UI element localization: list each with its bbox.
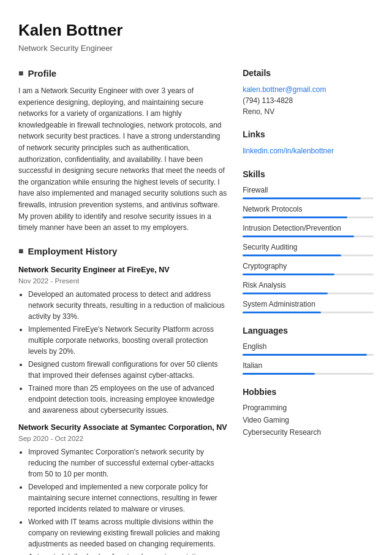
employment-section-label: Employment History	[28, 245, 117, 259]
details-section-header: Details	[243, 67, 374, 80]
job-2-date: Sep 2020 - Oct 2022	[18, 434, 228, 444]
lang-english-bar-bg	[243, 354, 374, 356]
job-2: Network Security Associate at Symantec C…	[18, 422, 228, 555]
job-1-bullet-3: Designed custom firewall configurations …	[28, 359, 228, 381]
skill-sysadmin-bar-bg	[243, 312, 374, 313]
skill-np-bar-bg	[243, 216, 374, 218]
profile-section-label: Profile	[28, 67, 56, 81]
candidate-title: Network Security Engineer	[18, 42, 374, 55]
languages-section-header: Languages	[243, 324, 374, 337]
job-1-bullet-2: Implemented FireEye's Network Security P…	[28, 324, 228, 357]
linkedin-link[interactable]: linkedin.com/in/kalenbottner	[243, 147, 334, 155]
hobby-2: Video Gaming	[243, 415, 374, 426]
skill-cryptography-name: Cryptography	[243, 261, 374, 272]
lang-english: English	[243, 341, 374, 356]
skill-security-auditing-name: Security Auditing	[243, 242, 374, 253]
job-2-bullet-4: Automated daily checks of system logs us…	[28, 551, 228, 555]
hobby-1: Programming	[243, 402, 374, 413]
candidate-name: Kalen Bottner	[18, 18, 374, 42]
job-2-title: Network Security Associate at Symantec C…	[18, 422, 228, 434]
resume-page: Kalen Bottner Network Security Engineer …	[0, 0, 392, 555]
employment-section-header: ■ Employment History	[18, 245, 228, 259]
skill-np-bar-fill	[243, 216, 347, 218]
skill-sa-bar-bg	[243, 255, 374, 256]
job-1: Network Security Engineer at FireEye, NV…	[18, 264, 228, 416]
profile-icon: ■	[18, 67, 23, 80]
skill-ra-bar-bg	[243, 293, 374, 294]
skill-intrusion-bar-bg	[243, 235, 374, 237]
job-1-title: Network Security Engineer at FireEye, NV	[18, 264, 228, 276]
lang-italian-bar-bg	[243, 373, 374, 375]
left-column: ■ Profile I am a Network Security Engine…	[18, 67, 228, 556]
profile-section-header: ■ Profile	[18, 67, 228, 81]
lang-italian-bar-fill	[243, 373, 315, 375]
details-phone: (794) 113-4828	[243, 95, 374, 106]
skill-crypto-bar-bg	[243, 274, 374, 275]
job-1-bullets: Developed an automated process to detect…	[18, 289, 228, 416]
hobby-3: Cybersecurity Research	[243, 427, 374, 438]
email-link[interactable]: kalen.bottner@gmail.com	[243, 85, 326, 94]
job-1-bullet-4: Trained more than 25 employees on the us…	[28, 383, 228, 416]
lang-italian-name: Italian	[243, 360, 374, 371]
job-2-bullet-1: Improved Symantec Corporation's network …	[28, 446, 228, 480]
skill-firewall-name: Firewall	[243, 185, 374, 196]
header: Kalen Bottner Network Security Engineer	[18, 18, 374, 55]
skill-network-protocols-name: Network Protocols	[243, 204, 374, 215]
skill-firewall-bar-fill	[243, 197, 360, 199]
details-email-link[interactable]: kalen.bottner@gmail.com	[243, 83, 374, 96]
lang-italian: Italian	[243, 360, 374, 375]
job-2-bullet-3: Worked with IT teams across multiple div…	[28, 516, 228, 549]
skill-intrusion-bar-fill	[243, 235, 354, 237]
employment-icon: ■	[18, 245, 23, 258]
skill-risk-analysis-name: Risk Analysis	[243, 280, 374, 291]
skill-crypto-bar-fill	[243, 274, 334, 275]
skill-sysadmin: System Administration	[243, 299, 374, 313]
skill-security-auditing: Security Auditing	[243, 242, 374, 256]
skill-intrusion-name: Intrusion Detection/Prevention	[243, 223, 374, 234]
skill-sa-bar-fill	[243, 255, 341, 256]
main-content: ■ Profile I am a Network Security Engine…	[18, 67, 374, 556]
profile-text: I am a Network Security Engineer with ov…	[18, 85, 228, 234]
skill-ra-bar-fill	[243, 293, 328, 294]
linkedin-link-wrapper[interactable]: linkedin.com/in/kalenbottner	[243, 145, 374, 157]
job-2-bullet-2: Developed and implemented a new corporat…	[28, 481, 228, 515]
skill-intrusion: Intrusion Detection/Prevention	[243, 223, 374, 237]
skill-risk-analysis: Risk Analysis	[243, 280, 374, 294]
skill-cryptography: Cryptography	[243, 261, 374, 275]
job-2-bullets: Improved Symantec Corporation's network …	[18, 446, 228, 555]
hobbies-section-header: Hobbies	[243, 386, 374, 399]
links-section-header: Links	[243, 128, 374, 141]
skill-sysadmin-bar-fill	[243, 312, 321, 313]
skill-firewall: Firewall	[243, 185, 374, 199]
lang-english-bar-fill	[243, 354, 367, 356]
right-column: Details kalen.bottner@gmail.com (794) 11…	[243, 67, 374, 556]
skill-sysadmin-name: System Administration	[243, 299, 374, 310]
job-1-date: Nov 2022 - Present	[18, 276, 228, 286]
lang-english-name: English	[243, 341, 374, 352]
job-1-bullet-1: Developed an automated process to detect…	[28, 289, 228, 322]
details-location: Reno, NV	[243, 106, 374, 117]
skill-firewall-bar-bg	[243, 197, 374, 199]
skills-section-header: Skills	[243, 168, 374, 181]
skill-network-protocols: Network Protocols	[243, 204, 374, 218]
